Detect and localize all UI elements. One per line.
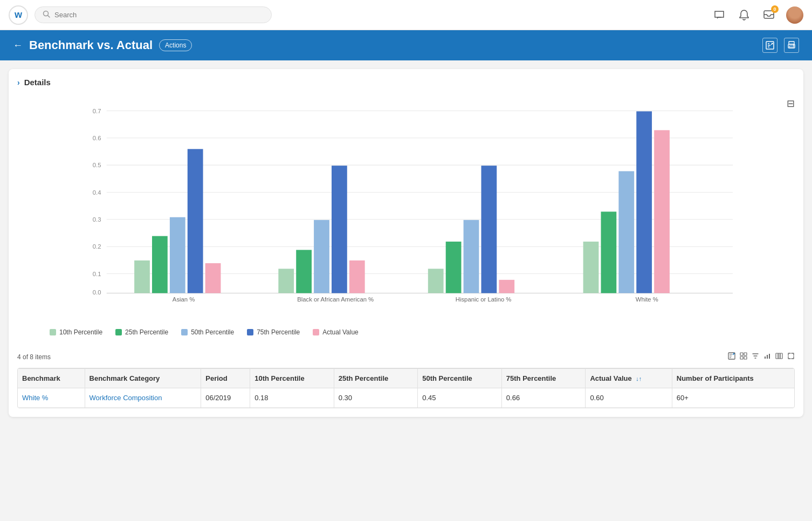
svg-text:0.7: 0.7: [93, 108, 101, 114]
table-count: 4 of 8 items: [17, 353, 51, 361]
cell-p75: 0.66: [501, 388, 586, 408]
print-icon-button[interactable]: [784, 38, 799, 53]
workday-logo[interactable]: w: [9, 5, 28, 25]
svg-rect-36: [776, 353, 778, 359]
bar-white-p50: [618, 171, 634, 293]
table-row: White % Workforce Composition 06/2019 0.…: [18, 388, 794, 408]
svg-rect-4: [789, 42, 794, 44]
sort-icon: ↓↑: [636, 375, 642, 382]
table-expand-icon[interactable]: [787, 352, 795, 361]
col-benchmark[interactable]: Benchmark: [18, 369, 85, 388]
export-icon-button[interactable]: [762, 38, 777, 53]
legend-p50: 50th Percentile: [181, 328, 234, 336]
bar-black-actual: [349, 260, 365, 293]
legend-p75-label: 75th Percentile: [257, 328, 300, 336]
svg-text:Black or African American %: Black or African American %: [297, 296, 374, 303]
legend-p10-color: [50, 329, 56, 335]
svg-rect-35: [769, 354, 770, 359]
bar-black-p25: [296, 250, 312, 293]
cell-p25: 0.30: [334, 388, 418, 408]
svg-text:0.6: 0.6: [93, 135, 101, 141]
svg-text:0.0: 0.0: [93, 289, 101, 296]
details-section-header[interactable]: › Details: [17, 78, 795, 87]
table-columns-icon[interactable]: [775, 352, 783, 361]
svg-rect-31: [740, 357, 743, 359]
col-p10[interactable]: 10th Percentile: [250, 369, 334, 388]
legend-p50-color: [181, 329, 188, 335]
table-filter-icon[interactable]: [752, 352, 759, 361]
svg-text:Hispanic or Latino %: Hispanic or Latino %: [456, 296, 512, 303]
bell-icon-button[interactable]: [737, 8, 752, 23]
cell-period: 06/2019: [201, 388, 250, 408]
cell-benchmark: White %: [18, 388, 85, 408]
svg-text:White %: White %: [636, 296, 658, 303]
table-export-icon[interactable]: [728, 352, 735, 361]
legend-p50-label: 50th Percentile: [191, 328, 234, 336]
chevron-right-icon: ›: [17, 78, 20, 87]
chat-icon-button[interactable]: [712, 8, 727, 23]
cell-category: Workforce Composition: [85, 388, 201, 408]
col-benchmark-category[interactable]: Benchmark Category: [85, 369, 201, 388]
cell-p10: 0.18: [250, 388, 334, 408]
bar-hispanic-p10: [428, 269, 444, 293]
bar-white-p10: [583, 242, 599, 293]
chart-wrapper: 0.7 0.6 0.5 0.4 0.3 0.2 0.1 0.0: [17, 98, 795, 324]
data-table: Benchmark Benchmark Category Period 10th…: [17, 368, 795, 408]
svg-text:0.4: 0.4: [93, 189, 101, 196]
legend-p25-label: 25th Percentile: [125, 328, 168, 336]
col-p75[interactable]: 75th Percentile: [501, 369, 586, 388]
svg-text:0.5: 0.5: [93, 162, 101, 168]
back-button[interactable]: ←: [13, 40, 23, 51]
category-link[interactable]: Workforce Composition: [90, 394, 162, 402]
bar-hispanic-actual: [499, 280, 514, 293]
svg-rect-30: [744, 353, 747, 355]
svg-rect-29: [740, 353, 743, 355]
benchmark-link[interactable]: White %: [22, 394, 48, 402]
col-period[interactable]: Period: [201, 369, 250, 388]
svg-rect-32: [744, 357, 747, 359]
search-input[interactable]: [54, 11, 264, 19]
cell-participants: 60+: [672, 388, 794, 408]
bar-asian-p75: [188, 149, 203, 293]
actions-button[interactable]: Actions: [159, 39, 192, 51]
bar-black-p75: [332, 166, 347, 293]
table-action-icons: [728, 352, 795, 361]
col-participants[interactable]: Number of Participants: [672, 369, 794, 388]
search-icon: [43, 10, 50, 19]
col-p50[interactable]: 50th Percentile: [418, 369, 502, 388]
header-action-icons: [762, 38, 799, 53]
svg-point-7: [793, 45, 794, 46]
inbox-icon-button[interactable]: 0: [761, 8, 776, 23]
top-navigation: w 0: [0, 0, 812, 30]
svg-rect-33: [765, 357, 766, 359]
bar-asian-p50: [170, 217, 185, 293]
col-actual[interactable]: Actual Value ↓↑: [586, 369, 672, 388]
main-content: › Details ⊟ 0.7 0.6 0.5 0.4 0.3 0.2 0.1 …: [9, 69, 803, 417]
svg-line-1: [48, 16, 50, 18]
nav-icons: 0: [712, 6, 803, 24]
logo-letter: w: [15, 9, 22, 20]
page-title: Benchmark vs. Actual: [29, 38, 153, 52]
inbox-badge: 0: [771, 5, 779, 13]
legend-actual-color: [313, 329, 319, 335]
svg-text:0.2: 0.2: [93, 243, 101, 250]
svg-rect-34: [767, 355, 768, 359]
svg-rect-38: [780, 353, 782, 359]
search-bar[interactable]: [35, 6, 272, 23]
legend-p25-color: [115, 329, 122, 335]
bar-black-p50: [314, 220, 329, 293]
bar-white-actual: [654, 130, 670, 293]
bar-white-p75: [636, 111, 652, 293]
legend-p75-color: [247, 329, 253, 335]
svg-text:Asian %: Asian %: [173, 296, 195, 303]
bar-black-p10: [278, 269, 294, 293]
col-p25[interactable]: 25th Percentile: [334, 369, 418, 388]
bar-hispanic-p75: [481, 166, 497, 293]
bar-chart: 0.7 0.6 0.5 0.4 0.3 0.2 0.1 0.0: [50, 103, 773, 303]
user-avatar[interactable]: [786, 6, 803, 24]
table-chart-icon[interactable]: [763, 352, 771, 361]
legend-actual: Actual Value: [313, 328, 359, 336]
details-title: Details: [24, 78, 51, 87]
table-grid-icon[interactable]: [740, 352, 747, 361]
chart-container: ⊟ 0.7 0.6 0.5 0.4 0.3 0.2 0.1 0.0: [17, 98, 795, 336]
